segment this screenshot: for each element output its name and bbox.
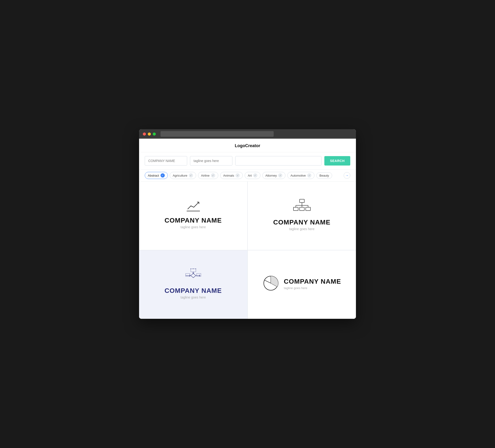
filter-next-button[interactable]: → [344, 172, 350, 179]
logo4-tagline: tagline goes here [284, 286, 341, 290]
app-header: LogoCreator [139, 139, 356, 152]
filter-chip-abstract[interactable]: Abstract ✓ [145, 172, 168, 179]
tagline-input[interactable] [190, 156, 233, 166]
filter-chip-airline[interactable]: Airline ✓ [198, 172, 218, 179]
minimize-button[interactable] [148, 133, 151, 136]
extra-input[interactable] [235, 156, 321, 166]
browser-window: LogoCreator SEARCH Abstract ✓ Agricultur… [139, 129, 356, 319]
filter-label-beauty: Beauty [319, 174, 329, 177]
search-button[interactable]: SEARCH [324, 156, 350, 166]
svg-rect-9 [306, 207, 310, 210]
filter-chip-animals[interactable]: Animals ✓ [220, 172, 243, 179]
filter-label-automotive: Automotive [290, 174, 306, 177]
logo-grid: COMPANY NAME tagline goes here [139, 182, 356, 319]
logo3-company-name: COMPANY NAME [165, 287, 222, 294]
svg-point-19 [195, 268, 196, 269]
logo3-icon [185, 268, 202, 283]
logo1-icon [186, 201, 201, 213]
company-name-input[interactable] [145, 156, 187, 166]
logo-card-3[interactable]: COMPANY NAME tagline goes here [139, 251, 247, 319]
filter-check-agriculture: ✓ [189, 173, 193, 178]
filter-chip-beauty[interactable]: Beauty [316, 172, 332, 179]
svg-rect-16 [197, 274, 201, 277]
close-button[interactable] [143, 133, 146, 136]
app-content: LogoCreator SEARCH Abstract ✓ Agricultur… [139, 139, 356, 319]
logo4-icon [262, 275, 279, 292]
logo4-inline-container: COMPANY NAME tagline goes here [262, 275, 341, 292]
browser-titlebar [139, 129, 356, 139]
app-title: LogoCreator [235, 143, 260, 148]
filter-check-abstract: ✓ [161, 173, 165, 178]
filter-label-airline: Airline [201, 174, 209, 177]
logo-card-4[interactable]: COMPANY NAME tagline goes here [248, 251, 356, 319]
logo4-company-name: COMPANY NAME [284, 278, 341, 285]
svg-point-18 [193, 268, 193, 269]
filter-chip-automotive[interactable]: Automotive ✓ [287, 172, 315, 179]
svg-rect-15 [186, 274, 190, 277]
logo4-text-container: COMPANY NAME tagline goes here [284, 278, 341, 290]
filter-check-animals: ✓ [235, 173, 240, 178]
logo3-tagline: tagline goes here [180, 295, 206, 299]
logo2-company-name: COMPANY NAME [273, 219, 330, 226]
logo-card-1[interactable]: COMPANY NAME tagline goes here [139, 182, 247, 250]
filter-label-art: Art [248, 174, 252, 177]
maximize-button[interactable] [153, 133, 156, 136]
logo1-tagline: tagline goes here [180, 225, 206, 229]
svg-rect-1 [300, 199, 304, 203]
svg-point-17 [190, 268, 191, 269]
svg-rect-7 [293, 207, 298, 210]
filter-check-airline: ✓ [211, 173, 215, 178]
filter-check-automotive: ✓ [307, 173, 311, 178]
filter-check-art: ✓ [253, 173, 257, 178]
filter-chip-art[interactable]: Art ✓ [245, 172, 261, 179]
filter-label-animals: Animals [223, 174, 234, 177]
address-bar [161, 131, 274, 137]
filter-check-attorney: ✓ [278, 173, 282, 178]
filter-chip-attorney[interactable]: Attorney ✓ [262, 172, 286, 179]
svg-marker-12 [191, 274, 196, 278]
logo2-icon [292, 199, 311, 215]
search-bar: SEARCH [139, 152, 356, 169]
svg-rect-10 [191, 269, 196, 272]
svg-line-23 [264, 280, 271, 283]
logo1-company-name: COMPANY NAME [165, 217, 222, 224]
filter-chip-agriculture[interactable]: Agriculture ✓ [170, 172, 196, 179]
logo2-tagline: tagline goes here [289, 227, 315, 231]
filter-label-agriculture: Agriculture [173, 174, 187, 177]
logo-card-2[interactable]: COMPANY NAME tagline goes here [248, 182, 356, 250]
filter-label-attorney: Attorney [265, 174, 277, 177]
filter-bar: Abstract ✓ Agriculture ✓ Airline ✓ Anima… [139, 169, 356, 182]
filter-label-abstract: Abstract [148, 174, 159, 177]
svg-rect-8 [300, 207, 304, 210]
